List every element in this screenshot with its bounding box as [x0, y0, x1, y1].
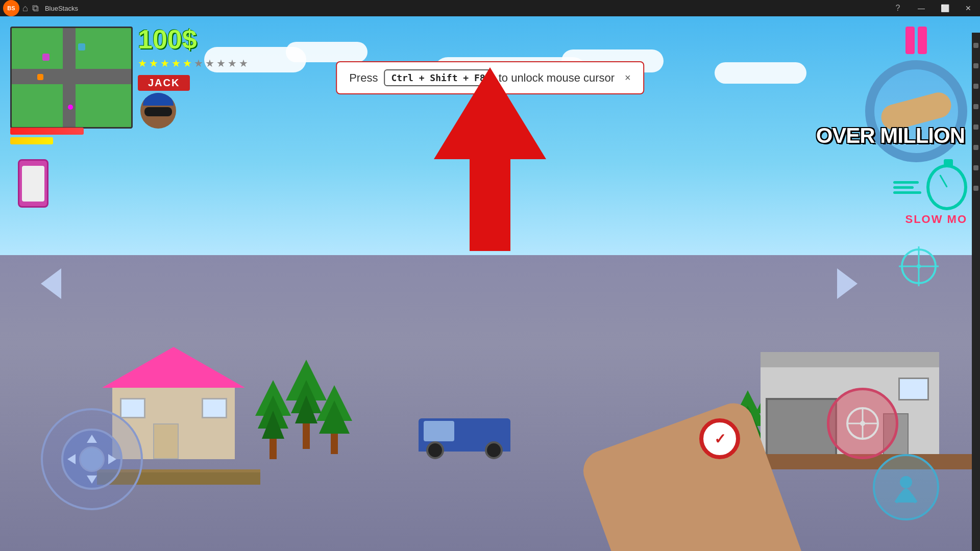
layers-icon[interactable]: ⧉	[32, 3, 39, 14]
sidebar-icon-5[interactable]	[973, 124, 978, 130]
tree-3	[316, 385, 352, 454]
sidebar-icon-1[interactable]	[973, 43, 978, 48]
house-right	[761, 367, 939, 459]
bluestacks-logo: BS	[3, 0, 19, 16]
unlock-notification: Press Ctrl + Shift + F8 to unlock mouse …	[336, 61, 644, 94]
sidebar-icon-2[interactable]	[973, 63, 978, 68]
minimize-button[interactable]: —	[910, 0, 933, 16]
window-controls: ? — ⬜ ✕	[886, 0, 980, 16]
game-area: 100$ ★ ★ ★ ★ ★ ★ ★ ★ ★ ★ JACK	[0, 16, 980, 551]
bluestacks-sidebar	[972, 33, 980, 551]
sidebar-icon-7[interactable]	[973, 165, 978, 170]
sidebar-icon-8[interactable]	[973, 186, 978, 191]
house-left	[112, 388, 235, 459]
sidebar-icon-6[interactable]	[973, 145, 978, 150]
unlock-after-text: to unlock mouse cursor	[499, 71, 615, 85]
cloud-5	[715, 62, 806, 84]
close-button[interactable]: ✕	[957, 0, 980, 16]
window-title: BlueStacks	[45, 5, 886, 12]
sidebar-icon-4[interactable]	[973, 104, 978, 109]
main-container: 100$ ★ ★ ★ ★ ★ ★ ★ ★ ★ ★ JACK	[0, 16, 980, 551]
unlock-press-text: Press	[349, 71, 378, 85]
notification-close-button[interactable]: ×	[625, 72, 631, 84]
title-bar: BS ⌂ ⧉ BlueStacks ? — ⬜ ✕	[0, 0, 980, 16]
help-icon[interactable]: ?	[886, 0, 910, 16]
vehicle	[419, 418, 510, 452]
cloud-2	[286, 42, 368, 62]
restore-button[interactable]: ⬜	[933, 0, 957, 16]
keyboard-shortcut-badge: Ctrl + Shift + F8	[384, 69, 492, 86]
sky-background	[0, 16, 980, 261]
sidebar-icon-3[interactable]	[973, 84, 978, 89]
home-icon[interactable]: ⌂	[22, 3, 28, 14]
